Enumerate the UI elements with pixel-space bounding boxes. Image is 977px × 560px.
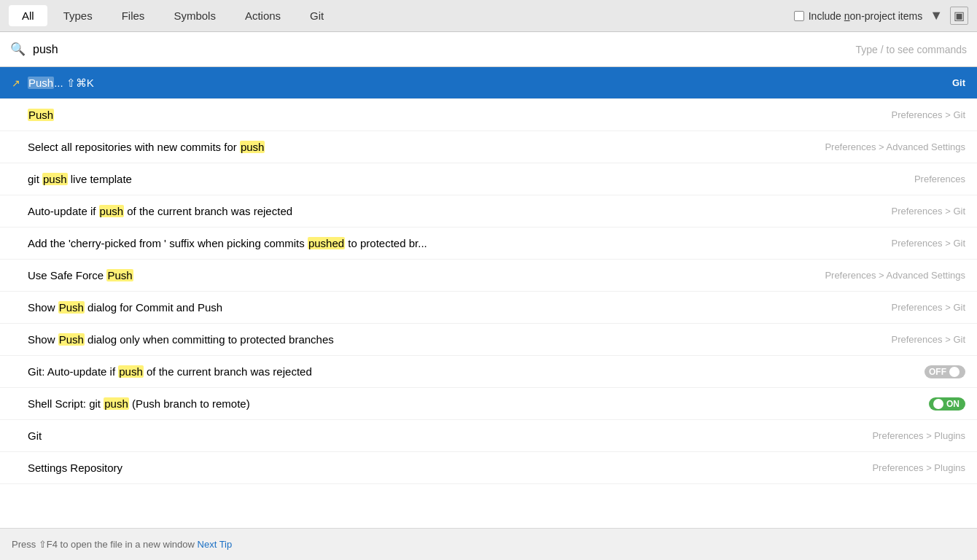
result-name: Auto-update if push of the current branc…	[28, 205, 292, 217]
toggle-container[interactable]: OFF	[925, 365, 965, 378]
result-name: Select all repositories with new commits…	[28, 141, 265, 153]
result-highlight: push	[118, 365, 144, 378]
result-main: Use Safe Force Push	[28, 269, 825, 281]
non-project-checkbox-label[interactable]: Include non-project items	[794, 10, 922, 22]
result-main: Settings Repository	[28, 462, 872, 474]
result-path: Preferences > Git	[891, 302, 965, 313]
result-name: Use Safe Force Push	[28, 269, 133, 281]
search-input[interactable]	[33, 43, 855, 56]
result-highlight: Push	[58, 301, 85, 314]
result-highlight: Push	[106, 269, 133, 281]
result-path: Preferences > Git	[891, 238, 965, 249]
result-name: Shell Script: git push (Push branch to r…	[28, 397, 250, 410]
result-path: Preferences > Advanced Settings	[825, 141, 965, 152]
list-item[interactable]: Settings RepositoryPreferences > Plugins	[0, 452, 977, 484]
next-tip-link[interactable]: Next Tip	[198, 539, 233, 550]
list-item[interactable]: PushPreferences > Git	[0, 99, 977, 131]
list-item[interactable]: Show Push dialog for Commit and PushPref…	[0, 292, 977, 324]
result-path: Preferences > Git	[891, 109, 965, 120]
list-item[interactable]: Add the 'cherry-picked from ' suffix whe…	[0, 228, 977, 260]
tab-files[interactable]: Files	[109, 5, 158, 26]
non-project-checkbox[interactable]	[794, 11, 804, 21]
search-icon: 🔍	[10, 42, 26, 57]
list-item[interactable]: ↗Push... ⇧⌘KGit	[0, 67, 977, 99]
result-highlight: Push	[58, 333, 85, 346]
result-main: Select all repositories with new commits…	[28, 141, 825, 153]
result-path: Preferences > Advanced Settings	[825, 270, 965, 281]
result-highlight: Push	[28, 109, 54, 121]
result-highlight: push	[99, 205, 125, 217]
result-name: Git	[28, 429, 42, 442]
result-main: Shell Script: git push (Push branch to r…	[28, 397, 929, 410]
toggle-knob	[933, 399, 943, 409]
list-item[interactable]: Select all repositories with new commits…	[0, 131, 977, 163]
result-badge: Git	[952, 77, 965, 88]
non-project-label: Include non-project items	[809, 10, 922, 22]
result-name: Push	[28, 109, 54, 121]
result-main: git push live template	[28, 173, 914, 185]
filter-icon[interactable]: ▼	[930, 8, 943, 23]
result-name: Settings Repository	[28, 462, 122, 474]
list-item[interactable]: Use Safe Force PushPreferences > Advance…	[0, 260, 977, 292]
layout-icon[interactable]: ▣	[950, 7, 968, 25]
result-path: Preferences > Git	[891, 206, 965, 217]
result-highlight: push	[104, 397, 129, 410]
result-name: Add the 'cherry-picked from ' suffix whe…	[28, 237, 427, 249]
search-bar: 🔍 Type / to see commands	[0, 32, 977, 67]
result-main: Git: Auto-update if push of the current …	[28, 365, 925, 378]
result-highlight: pushed	[308, 237, 345, 249]
result-main: Git	[28, 429, 872, 442]
tab-symbols[interactable]: Symbols	[160, 5, 229, 26]
result-main: Show Push dialog only when committing to…	[28, 333, 891, 346]
result-name: git push live template	[28, 173, 132, 185]
footer-tip-text: Press ⇧F4 to open the file in a new wind…	[12, 539, 195, 550]
result-name: Push... ⇧⌘K	[28, 77, 94, 90]
result-name: Show Push dialog for Commit and Push	[28, 301, 222, 314]
result-highlight: push	[42, 173, 68, 185]
footer: Press ⇧F4 to open the file in a new wind…	[0, 528, 977, 560]
tab-bar: AllTypesFilesSymbolsActionsGit Include n…	[0, 0, 977, 32]
result-highlight: Push	[28, 77, 54, 89]
list-item[interactable]: Git: Auto-update if push of the current …	[0, 356, 977, 388]
result-name: Git: Auto-update if push of the current …	[28, 365, 312, 378]
list-item[interactable]: git push live templatePreferences	[0, 163, 977, 195]
result-name: Show Push dialog only when committing to…	[28, 333, 334, 346]
search-hint: Type / to see commands	[855, 44, 967, 55]
tab-actions[interactable]: Actions	[232, 5, 294, 26]
result-main: Add the 'cherry-picked from ' suffix whe…	[28, 237, 891, 249]
result-path: Preferences > Plugins	[872, 462, 965, 473]
tab-all[interactable]: All	[9, 5, 47, 26]
toggle-knob	[949, 367, 960, 377]
result-highlight: push	[240, 141, 265, 153]
list-item[interactable]: Shell Script: git push (Push branch to r…	[0, 388, 977, 420]
result-main: Show Push dialog for Commit and Push	[28, 301, 891, 314]
result-main: Auto-update if push of the current branc…	[28, 205, 891, 217]
results-list: ↗Push... ⇧⌘KGitPushPreferences > GitSele…	[0, 67, 977, 528]
result-path: Preferences	[914, 174, 965, 184]
tab-git[interactable]: Git	[297, 5, 337, 26]
result-main: Push	[28, 109, 891, 121]
result-path: Preferences > Git	[891, 334, 965, 345]
toggle-container[interactable]: ON	[929, 397, 965, 411]
tab-options: Include non-project items ▼ ▣	[794, 7, 968, 25]
list-item[interactable]: Show Push dialog only when committing to…	[0, 324, 977, 356]
toggle-on[interactable]: ON	[929, 397, 965, 411]
result-main: Push... ⇧⌘K	[28, 77, 952, 90]
tab-types[interactable]: Types	[50, 5, 106, 26]
list-item[interactable]: GitPreferences > Plugins	[0, 420, 977, 452]
result-path: Preferences > Plugins	[872, 430, 965, 441]
list-item[interactable]: Auto-update if push of the current branc…	[0, 195, 977, 228]
toggle-off[interactable]: OFF	[925, 365, 965, 378]
arrow-icon: ↗	[12, 77, 28, 89]
